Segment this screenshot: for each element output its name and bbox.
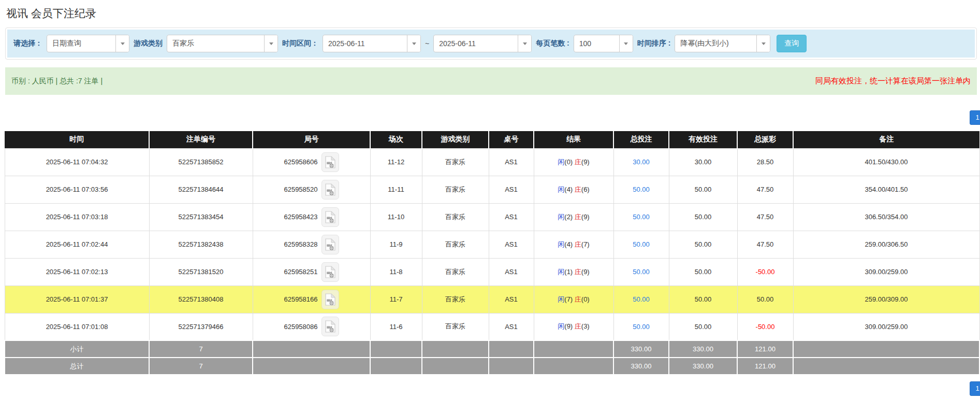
- cell-time: 2025-06-11 07:03:18: [5, 203, 149, 231]
- cell-payout: -50.00: [737, 258, 793, 286]
- page-1-button[interactable]: 1: [970, 381, 980, 396]
- video-replay-button[interactable]: [321, 290, 339, 309]
- total-bet-link[interactable]: 50.00: [633, 240, 650, 248]
- result-player: 闲: [558, 240, 564, 248]
- result-banker: 庄: [575, 268, 581, 276]
- round-number: 625958606: [284, 158, 317, 166]
- page-size-label: 每页笔数 :: [536, 39, 569, 48]
- total-bet-link[interactable]: 50.00: [633, 295, 650, 303]
- video-replay-button[interactable]: [321, 152, 339, 172]
- cell-total-bet: 30.00: [613, 148, 669, 176]
- cell-table-no: AS1: [489, 258, 534, 286]
- result-banker-score: (9): [581, 268, 590, 276]
- subtotal-game-type: [422, 340, 489, 358]
- video-replay-button[interactable]: [321, 180, 339, 200]
- cell-remark: 354.00/401.50: [793, 176, 979, 203]
- cell-table-no: AS1: [489, 231, 534, 258]
- result-banker-score: (0): [581, 295, 590, 303]
- result-player-score: (9): [564, 322, 573, 330]
- col-header-game-type: 游戏类别: [422, 131, 489, 148]
- cell-payout: 47.50: [737, 231, 793, 258]
- date-to-select[interactable]: 2025-06-11: [433, 35, 532, 52]
- cell-valid-bet: 50.00: [669, 286, 737, 313]
- video-file-icon: [325, 183, 335, 196]
- cell-session: 11-6: [370, 313, 422, 340]
- page-size-value: 100: [574, 35, 619, 52]
- date-from-select[interactable]: 2025-06-11: [323, 35, 421, 52]
- round-cell-inner: 625958166: [284, 290, 339, 309]
- subtotal-total-bet: 330.00: [613, 340, 669, 358]
- subtotal-table-no: [489, 340, 534, 358]
- subtotal-session: [370, 340, 422, 358]
- video-replay-button[interactable]: [321, 207, 339, 227]
- cell-session: 11-12: [370, 148, 422, 176]
- total-remark: [793, 358, 979, 375]
- total-game-type: [422, 358, 489, 375]
- total-bet-link[interactable]: 50.00: [633, 213, 650, 221]
- subtotal-time: 小计: [5, 340, 149, 358]
- cell-round: 625958328: [253, 231, 370, 258]
- filter-panel: 请选择： 日期查询 游戏类别 百家乐 时间区间： 2025-06-11 ~ 20…: [5, 27, 977, 60]
- cell-game-type: 百家乐: [422, 313, 489, 340]
- table-row: 2025-06-11 07:03:18522571383454625958423…: [5, 203, 979, 231]
- cell-game-type: 百家乐: [422, 203, 489, 231]
- cell-total-bet: 50.00: [613, 286, 669, 313]
- cell-result: 闲(9) 庄(3): [534, 313, 613, 340]
- cell-table-no: AS1: [489, 148, 534, 176]
- cell-table-no: AS1: [489, 286, 534, 313]
- cell-session: 11-10: [370, 203, 422, 231]
- result-banker-score: (9): [581, 158, 590, 166]
- total-bet-link[interactable]: 30.00: [633, 158, 650, 166]
- game-type-label: 游戏类别: [134, 39, 163, 48]
- table-row: 2025-06-11 07:02:13522571381520625958251…: [5, 258, 979, 286]
- cell-session: 11-7: [370, 286, 422, 313]
- cell-bet-id: 522571381520: [149, 258, 253, 286]
- video-replay-button[interactable]: [321, 262, 339, 282]
- cell-round: 625958166: [253, 286, 370, 313]
- table-row: 2025-06-11 07:01:37522571380408625958166…: [5, 286, 979, 313]
- result-player-score: (4): [564, 186, 573, 193]
- cell-bet-id: 522571380408: [149, 286, 253, 313]
- round-number: 625958166: [284, 295, 317, 303]
- cell-remark: 306.50/354.00: [793, 203, 979, 231]
- total-bet-link[interactable]: 50.00: [633, 323, 650, 331]
- result-player: 闲: [558, 186, 564, 193]
- page-size-select[interactable]: 100: [574, 35, 633, 52]
- total-session: [370, 358, 422, 375]
- cell-total-bet: 50.00: [613, 258, 669, 286]
- total-bet-link[interactable]: 50.00: [633, 268, 650, 276]
- cell-table-no: AS1: [489, 313, 534, 340]
- result-player: 闲: [558, 268, 564, 276]
- cell-valid-bet: 50.00: [669, 231, 737, 258]
- cell-table-no: AS1: [489, 176, 534, 203]
- sort-select[interactable]: 降幂(由大到小): [675, 35, 770, 52]
- query-type-value: 日期查询: [47, 35, 115, 52]
- cell-valid-bet: 30.00: [669, 148, 737, 176]
- cell-bet-id: 522571382438: [149, 231, 253, 258]
- result-banker: 庄: [575, 186, 581, 193]
- page-1-button[interactable]: 1: [970, 110, 980, 125]
- video-replay-button[interactable]: [321, 317, 339, 336]
- cell-valid-bet: 50.00: [669, 258, 737, 286]
- total-total-bet: 330.00: [613, 358, 669, 375]
- cell-time: 2025-06-11 07:03:56: [5, 176, 149, 203]
- game-type-select[interactable]: 百家乐: [167, 35, 278, 52]
- total-bet-link[interactable]: 50.00: [633, 186, 650, 193]
- col-header-remark: 备注: [793, 131, 979, 148]
- total-valid-bet: 330.00: [669, 358, 737, 375]
- result-player: 闲: [558, 295, 564, 303]
- query-type-select[interactable]: 日期查询: [47, 35, 129, 52]
- result-banker-score: (9): [581, 213, 590, 221]
- round-cell-inner: 625958251: [284, 262, 339, 282]
- cell-time: 2025-06-11 07:02:44: [5, 231, 149, 258]
- cell-result: 闲(4) 庄(7): [534, 231, 613, 258]
- round-number: 625958251: [284, 268, 317, 276]
- search-button[interactable]: 查询: [777, 35, 807, 52]
- video-replay-button[interactable]: [321, 235, 339, 254]
- round-number: 625958086: [284, 323, 317, 331]
- cell-valid-bet: 50.00: [669, 203, 737, 231]
- sort-value: 降幂(由大到小): [675, 35, 756, 52]
- total-round: [253, 358, 370, 375]
- col-header-table-no: 桌号: [489, 131, 534, 148]
- round-cell-inner: 625958086: [284, 317, 339, 336]
